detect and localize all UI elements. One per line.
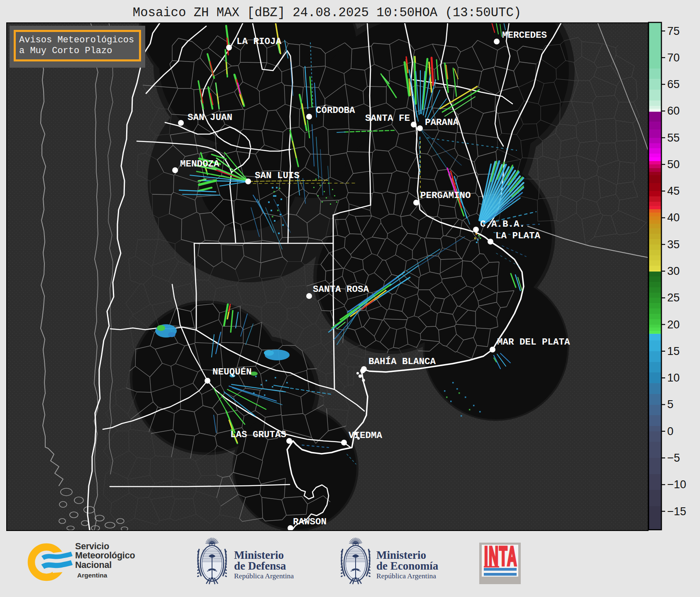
- svg-text:SAN LUIS: SAN LUIS: [255, 170, 300, 181]
- svg-text:NEUQUÉN: NEUQUÉN: [212, 367, 252, 377]
- svg-text:MERCEDES: MERCEDES: [502, 30, 547, 41]
- svg-text:SAN JUAN: SAN JUAN: [188, 112, 232, 123]
- svg-text:BAHÍA BLANCA: BAHÍA BLANCA: [368, 356, 436, 367]
- svg-text:PERGAMINO: PERGAMINO: [420, 190, 471, 201]
- svg-text:LA PLATA: LA PLATA: [495, 230, 541, 241]
- svg-text:RAWSON: RAWSON: [293, 516, 327, 527]
- svg-text:CÓRDOBA: CÓRDOBA: [316, 105, 355, 116]
- svg-text:SANTA FE: SANTA FE: [365, 113, 410, 124]
- svg-text:LAS GRUTAS: LAS GRUTAS: [230, 429, 286, 440]
- svg-text:VIEDMA: VIEDMA: [349, 430, 383, 441]
- svg-text:PARANÁ: PARANÁ: [425, 117, 459, 128]
- svg-text:LA RIOJA: LA RIOJA: [237, 36, 282, 47]
- svg-text:MAR DEL PLATA: MAR DEL PLATA: [497, 337, 570, 347]
- svg-text:MENDOZA: MENDOZA: [180, 159, 220, 169]
- svg-text:C.A.B.A.: C.A.B.A.: [480, 219, 525, 230]
- svg-text:SANTA ROSA: SANTA ROSA: [313, 284, 369, 295]
